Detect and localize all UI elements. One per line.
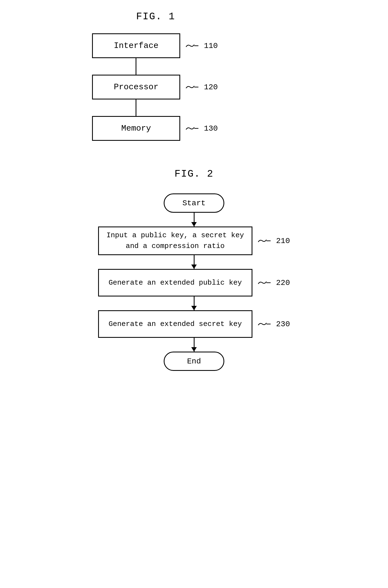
start-shape: Start [164,193,224,213]
memory-row: Memory 130 [92,116,218,141]
step-220-row: Generate an extended public key 220 [98,269,290,296]
step-230-ref-connector: 230 [257,320,290,328]
fig2-label: FIG. 2 [174,168,214,180]
tilde-icon-4 [257,238,271,244]
step-230-row: Generate an extended secret key 230 [98,310,290,338]
step-210-row: Input a public key, a secret key and a c… [98,226,290,255]
interface-row: Interface 110 [92,33,218,58]
step-220-block: Generate an extended public key [98,269,252,296]
interface-ref: 110 [204,42,218,50]
fig2-container: FIG. 2 Start Input a public key, a secre… [70,168,318,371]
tilde-icon-6 [257,321,271,327]
arrow-2 [194,255,195,269]
connector-2 [136,99,136,116]
step-210-ref: 210 [276,237,290,245]
processor-block: Processor [92,75,180,99]
tilde-icon-1 [185,43,198,48]
processor-ref: 120 [204,83,218,91]
step-210-block: Input a public key, a secret key and a c… [98,226,252,255]
processor-row: Processor 120 [92,75,218,99]
end-shape: End [164,352,224,371]
flowchart: Start Input a public key, a secret key a… [70,193,318,371]
step-220-ref-connector: 220 [257,279,290,287]
arrow-3 [194,296,195,310]
arrow-1 [194,213,195,226]
page-container: FIG. 1 Interface 110 Processor [70,11,318,371]
fig1-label: FIG. 1 [136,11,175,22]
processor-ref-connector: 120 [185,83,218,91]
interface-block: Interface [92,33,180,58]
fig1-container: FIG. 1 Interface 110 Processor [70,11,318,141]
memory-block: Memory [92,116,180,141]
memory-ref: 130 [204,124,218,133]
interface-ref-connector: 110 [185,42,218,50]
step-210-ref-connector: 210 [257,237,290,245]
connector-1 [136,58,136,75]
step-220-ref: 220 [276,279,290,287]
step-230-ref: 230 [276,320,290,328]
arrow-4 [194,338,195,352]
tilde-icon-3 [185,126,198,131]
memory-ref-connector: 130 [185,124,218,133]
tilde-icon-2 [185,84,198,90]
tilde-icon-5 [257,280,271,285]
step-230-block: Generate an extended secret key [98,310,252,338]
